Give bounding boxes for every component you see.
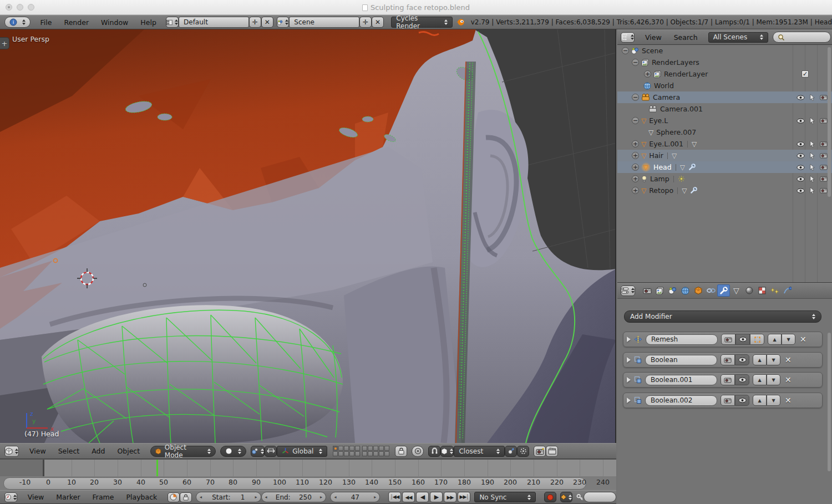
collapse-icon[interactable]: −	[622, 47, 629, 54]
delete-modifier-button[interactable]: ✕	[785, 375, 792, 384]
restrict-render-icon[interactable]	[820, 164, 828, 170]
outliner-item-scene[interactable]: − Scene	[617, 45, 832, 57]
outliner-item-hair[interactable]: + ▽ Hair ▽	[617, 150, 832, 161]
scene-field[interactable]: Scene	[289, 17, 359, 28]
restrict-render-icon[interactable]	[820, 176, 828, 182]
keying-set-selector[interactable]	[560, 492, 572, 502]
menu-playback[interactable]: Playback	[120, 493, 163, 501]
modifier-render-toggle[interactable]	[721, 374, 735, 385]
modifier-render-toggle[interactable]	[721, 354, 735, 365]
screen-layout-field[interactable]: Default	[179, 17, 249, 28]
restrict-render-icon[interactable]	[820, 152, 828, 159]
next-keyframe-button[interactable]: ▶▶	[444, 492, 456, 502]
editor-type-selector[interactable]	[4, 446, 19, 457]
restrict-select-icon[interactable]	[810, 140, 815, 147]
tab-particles[interactable]	[768, 284, 781, 297]
hide-eye-icon[interactable]	[797, 176, 805, 182]
tab-render[interactable]	[641, 284, 653, 297]
modifier-viewport-toggle[interactable]	[735, 395, 749, 406]
expand-icon[interactable]: +	[632, 152, 639, 159]
snap-element-dropdown[interactable]	[440, 446, 454, 457]
delete-modifier-button[interactable]: ✕	[800, 335, 806, 344]
restrict-select-icon[interactable]	[810, 187, 815, 194]
jump-to-start-button[interactable]: ⏐◀◀	[388, 492, 401, 502]
restrict-select-icon[interactable]	[810, 94, 815, 101]
current-frame-field[interactable]: ◂47▸	[330, 492, 380, 502]
render-engine-selector[interactable]: Cycles Render	[391, 17, 452, 28]
auto-keyframe-record-button[interactable]	[544, 492, 556, 502]
expand-icon[interactable]: +	[632, 187, 639, 194]
menu-window[interactable]: Window	[95, 18, 134, 27]
menu-marker[interactable]: Marker	[50, 493, 86, 501]
menu-view[interactable]: View	[23, 447, 52, 455]
menu-object[interactable]: Object	[111, 447, 146, 455]
menu-file[interactable]: File	[34, 18, 58, 27]
modifier-render-toggle[interactable]	[721, 395, 735, 406]
transform-orientation-selector[interactable]: Global	[277, 446, 327, 457]
menu-search[interactable]: Search	[668, 33, 704, 42]
start-frame-field[interactable]: ◂Start:1▸	[196, 492, 261, 502]
restrict-select-icon[interactable]	[810, 117, 815, 124]
collapse-icon[interactable]: −	[632, 94, 639, 101]
restrict-render-icon[interactable]	[820, 141, 828, 147]
opengl-render-animation-button[interactable]	[546, 446, 558, 457]
tab-object-data[interactable]: ▽	[730, 284, 743, 297]
snap-target-dropdown[interactable]: Closest	[454, 446, 505, 457]
add-layout-button[interactable]: ✛	[249, 17, 261, 28]
scene-icon-button[interactable]	[277, 17, 289, 28]
mode-selector[interactable]: Object Mode	[150, 446, 216, 457]
layer-buttons-group-2[interactable]	[362, 446, 389, 456]
delete-scene-button[interactable]: ✕	[372, 17, 384, 28]
add-modifier-dropdown[interactable]: Add Modifier	[624, 310, 821, 323]
expand-icon[interactable]: +	[644, 70, 651, 78]
collapse-icon[interactable]: −	[632, 117, 639, 124]
end-frame-field[interactable]: ◂End:250▸	[261, 492, 327, 502]
outliner-item-camera001[interactable]: Camera.001	[617, 103, 832, 115]
menu-help[interactable]: Help	[134, 18, 163, 27]
editor-type-selector[interactable]	[621, 32, 635, 43]
tab-object[interactable]	[692, 284, 704, 297]
outliner-item-renderlayers[interactable]: − RenderLayers	[617, 57, 832, 68]
tab-modifiers[interactable]	[717, 284, 730, 297]
expand-icon[interactable]	[627, 398, 631, 403]
outliner-item-eye-l-001[interactable]: + ▽ Eye.L.001 ▽	[617, 138, 832, 150]
editor-type-selector[interactable]	[621, 286, 635, 296]
opengl-render-button[interactable]	[534, 446, 546, 457]
layer-buttons-group-1[interactable]	[333, 446, 360, 456]
snap-align-rotation-button[interactable]	[505, 446, 517, 457]
scene-lock-button[interactable]	[395, 446, 407, 457]
modifier-name-field[interactable]: Boolean.001	[645, 375, 717, 385]
delete-modifier-button[interactable]: ✕	[785, 355, 792, 364]
outliner-item-world[interactable]: + World	[617, 80, 832, 91]
menu-render[interactable]: Render	[58, 18, 95, 27]
menu-frame[interactable]: Frame	[87, 493, 120, 501]
menu-select[interactable]: Select	[52, 447, 86, 455]
region-expand-tab[interactable]: +	[0, 37, 9, 49]
menu-view[interactable]: View	[639, 33, 668, 42]
tab-scene[interactable]	[666, 284, 679, 297]
outliner-scrollbar[interactable]	[828, 47, 831, 197]
restrict-select-icon[interactable]	[810, 175, 815, 182]
restrict-select-icon[interactable]	[810, 152, 815, 159]
move-modifier-down-button[interactable]: ▼	[767, 374, 780, 385]
tab-world[interactable]	[679, 284, 692, 297]
play-button[interactable]: ▶	[430, 492, 443, 502]
outliner-search-input[interactable]	[773, 32, 831, 43]
outliner-item-renderlayer[interactable]: + RenderLayer ✓	[617, 68, 832, 80]
expand-icon[interactable]	[627, 357, 631, 363]
snap-toggle-button[interactable]	[428, 446, 440, 457]
tab-physics[interactable]	[781, 284, 794, 297]
delete-layout-button[interactable]: ✕	[261, 17, 273, 28]
modifier-name-field[interactable]: Remesh	[646, 334, 718, 345]
expand-icon[interactable]	[627, 377, 631, 383]
modifier-name-field[interactable]: Boolean	[645, 355, 717, 365]
viewport-shading-selector[interactable]	[220, 446, 246, 457]
move-modifier-down-button[interactable]: ▼	[767, 395, 780, 406]
sync-mode-selector[interactable]: No Sync	[474, 492, 535, 502]
expand-icon[interactable]: +	[632, 140, 639, 147]
outliner-item-retopo[interactable]: + ▽ Retopo ▽	[617, 185, 832, 196]
hide-eye-icon[interactable]	[797, 118, 805, 124]
add-scene-button[interactable]: ✛	[359, 17, 372, 28]
outliner-item-lamp[interactable]: + Lamp	[617, 173, 832, 185]
move-modifier-up-button[interactable]: ▲	[753, 395, 767, 406]
